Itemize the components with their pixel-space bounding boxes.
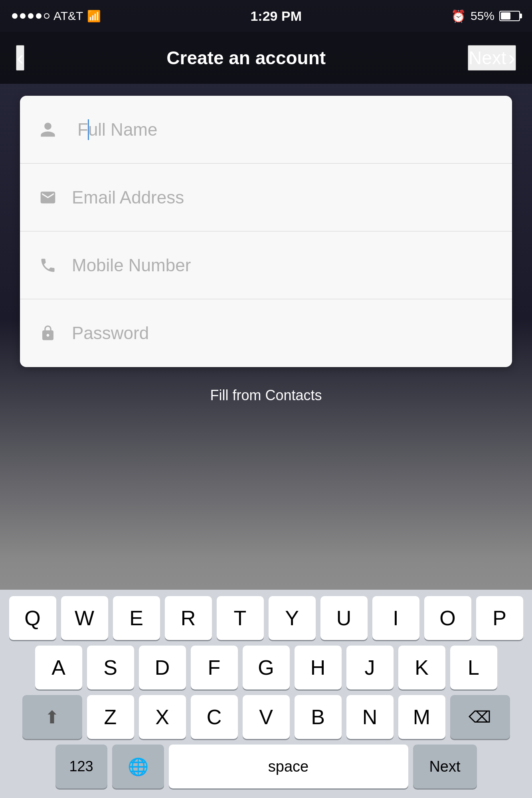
wifi-icon: 📶 — [87, 10, 101, 23]
key-m[interactable]: M — [398, 695, 445, 739]
key-n[interactable]: N — [346, 695, 394, 739]
key-y[interactable]: Y — [269, 596, 316, 640]
shift-key[interactable]: ⬆ — [22, 695, 82, 739]
password-field[interactable] — [20, 299, 512, 367]
mobile-field[interactable] — [20, 231, 512, 299]
key-e[interactable]: E — [113, 596, 160, 640]
key-d[interactable]: D — [139, 646, 186, 689]
page-title: Create an account — [166, 47, 326, 69]
backspace-key[interactable]: ⌫ — [450, 695, 510, 739]
key-j[interactable]: J — [346, 646, 394, 689]
keyboard-row-1: Q W E R T Y U I O P — [4, 596, 528, 640]
backspace-icon: ⌫ — [469, 708, 491, 726]
key-z[interactable]: Z — [87, 695, 134, 739]
full-name-input[interactable] — [72, 120, 496, 140]
text-cursor — [88, 119, 89, 140]
key-i[interactable]: I — [372, 596, 419, 640]
key-x[interactable]: X — [139, 695, 186, 739]
key-l[interactable]: L — [450, 646, 497, 689]
phone-icon — [36, 257, 60, 274]
carrier-label: AT&T — [53, 9, 83, 23]
key-q[interactable]: Q — [9, 596, 56, 640]
status-left: AT&T 📶 — [12, 9, 101, 23]
signal-dot-3 — [28, 13, 34, 19]
space-key[interactable]: space — [169, 745, 408, 788]
key-t[interactable]: T — [217, 596, 264, 640]
key-r[interactable]: R — [165, 596, 212, 640]
next-button-keyboard[interactable]: Next — [413, 745, 477, 788]
key-s[interactable]: S — [87, 646, 134, 689]
alarm-icon: ⏰ — [451, 9, 466, 23]
keyboard: Q W E R T Y U I O P A S D F G H J K L ⬆ … — [0, 590, 532, 798]
status-right: ⏰ 55% — [451, 9, 520, 23]
next-label-top: Next — [469, 47, 506, 69]
lock-icon — [36, 325, 60, 342]
email-input[interactable] — [72, 188, 496, 207]
key-c[interactable]: C — [191, 695, 238, 739]
status-bar: AT&T 📶 1:29 PM ⏰ 55% — [0, 0, 532, 32]
battery-percent: 55% — [471, 9, 494, 23]
key-k[interactable]: K — [398, 646, 445, 689]
mobile-input[interactable] — [72, 255, 496, 275]
signal-dot-5 — [44, 13, 49, 19]
person-icon — [36, 121, 60, 138]
password-input[interactable] — [72, 323, 496, 343]
next-chevron-icon: › — [508, 46, 515, 70]
status-time: 1:29 PM — [250, 8, 302, 24]
navigation-bar: ‹ Create an account Next › — [0, 32, 532, 84]
signal-dot-2 — [20, 13, 26, 19]
fill-contacts-label[interactable]: Fill from Contacts — [0, 379, 532, 412]
full-name-field[interactable] — [20, 96, 512, 164]
globe-key[interactable]: 🌐 — [112, 745, 164, 788]
key-a[interactable]: A — [35, 646, 82, 689]
key-o[interactable]: O — [424, 596, 471, 640]
key-b[interactable]: B — [295, 695, 342, 739]
next-button-top[interactable]: Next › — [468, 45, 516, 71]
signal-dot-4 — [36, 13, 42, 19]
key-h[interactable]: H — [295, 646, 342, 689]
signal-dots — [12, 13, 49, 19]
shift-arrow-icon: ⬆ — [45, 707, 59, 727]
keyboard-row-2: A S D F G H J K L — [4, 646, 528, 689]
globe-icon: 🌐 — [128, 757, 148, 776]
email-field[interactable] — [20, 164, 512, 231]
email-icon — [36, 189, 60, 206]
key-f[interactable]: F — [191, 646, 238, 689]
form-card — [20, 96, 512, 367]
key-p[interactable]: P — [476, 596, 523, 640]
key-u[interactable]: U — [320, 596, 368, 640]
key-w[interactable]: W — [61, 596, 108, 640]
battery-icon — [499, 11, 520, 21]
keyboard-row-3: ⬆ Z X C V B N M ⌫ — [4, 695, 528, 739]
keyboard-row-4: 123 🌐 space Next — [4, 745, 528, 788]
key-v[interactable]: V — [243, 695, 290, 739]
numbers-key[interactable]: 123 — [55, 745, 107, 788]
signal-dot-1 — [12, 13, 18, 19]
key-g[interactable]: G — [243, 646, 290, 689]
back-button[interactable]: ‹ — [16, 45, 24, 71]
